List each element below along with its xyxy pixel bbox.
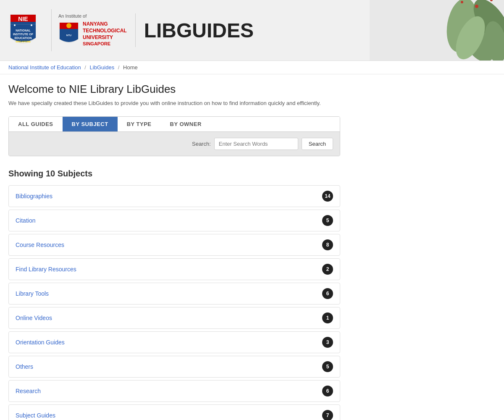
ntu-section: An Institute of NTU NANYANG TECHNOLOGICA… bbox=[58, 13, 127, 47]
list-item[interactable]: Library Tools6 bbox=[8, 283, 340, 304]
ntu-name: NANYANG TECHNOLOGICAL UNIVERSITY SINGAPO… bbox=[83, 21, 127, 47]
header-plant-decoration bbox=[370, 0, 504, 61]
main-content: Welcome to NIE Library LibGuides We have… bbox=[0, 74, 378, 420]
list-item[interactable]: Subject Guides7 bbox=[8, 404, 340, 420]
subject-link[interactable]: Orientation Guides bbox=[16, 339, 65, 346]
svg-text:SINGAPORE: SINGAPORE bbox=[16, 40, 31, 43]
subject-link[interactable]: Others bbox=[16, 363, 33, 370]
page-title: Welcome to NIE Library LibGuides bbox=[8, 83, 370, 96]
site-title: LIBGUIDES bbox=[144, 19, 254, 42]
search-bar: Search: Search bbox=[9, 132, 340, 156]
svg-text:INSTITUTE OF: INSTITUTE OF bbox=[13, 33, 34, 36]
breadcrumb-libguides-link[interactable]: LibGuides bbox=[90, 64, 115, 71]
svg-text:NTU: NTU bbox=[66, 34, 71, 37]
page-subtitle: We have specially created these LibGuide… bbox=[8, 100, 370, 106]
list-item[interactable]: Others5 bbox=[8, 356, 340, 378]
tabs-container: ALL GUIDES BY SUBJECT BY TYPE BY OWNER bbox=[9, 117, 340, 132]
subject-count-badge: 1 bbox=[322, 312, 333, 323]
header-logos: NIE NATIONAL INSTITUTE OF EDUCATION SING… bbox=[8, 9, 254, 51]
list-item[interactable]: Find Library Resources2 bbox=[8, 258, 340, 280]
subject-link[interactable]: Course Resources bbox=[16, 242, 64, 248]
list-item[interactable]: Online Videos1 bbox=[8, 307, 340, 329]
breadcrumb-current: Home bbox=[123, 64, 138, 71]
header-divider-1 bbox=[51, 9, 52, 51]
tab-panel: ALL GUIDES BY SUBJECT BY TYPE BY OWNER S… bbox=[8, 116, 340, 156]
subject-count-badge: 5 bbox=[322, 215, 333, 226]
subject-link[interactable]: Find Library Resources bbox=[16, 266, 76, 273]
header-divider-2 bbox=[135, 13, 136, 47]
list-item[interactable]: Citation5 bbox=[8, 210, 340, 231]
svg-point-16 bbox=[475, 5, 478, 8]
svg-point-5 bbox=[14, 24, 16, 26]
svg-text:NIE: NIE bbox=[18, 16, 28, 22]
subjects-heading: Showing 10 Subjects bbox=[8, 169, 370, 178]
subject-count-badge: 6 bbox=[322, 386, 333, 396]
tab-by-owner[interactable]: BY OWNER bbox=[161, 117, 211, 131]
subject-count-badge: 3 bbox=[322, 337, 333, 348]
ntu-shield-icon: NTU bbox=[58, 21, 79, 47]
svg-text:EDUCATION: EDUCATION bbox=[14, 37, 32, 39]
search-label: Search: bbox=[192, 141, 211, 147]
svg-point-6 bbox=[31, 24, 32, 26]
subject-count-badge: 8 bbox=[322, 239, 333, 250]
list-item[interactable]: Bibliographies14 bbox=[8, 185, 340, 207]
ntu-text-block: NANYANG TECHNOLOGICAL UNIVERSITY SINGAPO… bbox=[83, 21, 127, 47]
subject-link[interactable]: Citation bbox=[16, 217, 35, 224]
svg-point-8 bbox=[66, 23, 71, 28]
nie-logo: NIE NATIONAL INSTITUTE OF EDUCATION SING… bbox=[8, 13, 38, 48]
subject-link[interactable]: Library Tools bbox=[16, 290, 49, 297]
nie-shield-icon: NIE NATIONAL INSTITUTE OF EDUCATION SING… bbox=[8, 13, 38, 48]
institute-of-label: An Institute of bbox=[58, 13, 127, 18]
ntu-singapore: SINGAPORE bbox=[83, 41, 127, 47]
subject-count-badge: 5 bbox=[322, 361, 333, 372]
breadcrumb: National Institute of Education / LibGui… bbox=[0, 61, 504, 74]
svg-text:NATIONAL: NATIONAL bbox=[16, 29, 31, 32]
tab-by-type[interactable]: BY TYPE bbox=[118, 117, 161, 131]
breadcrumb-sep-1: / bbox=[84, 64, 86, 71]
subject-count-badge: 2 bbox=[322, 264, 333, 275]
subject-link[interactable]: Research bbox=[16, 388, 41, 394]
breadcrumb-sep-2: / bbox=[118, 64, 120, 71]
subject-count-badge: 6 bbox=[322, 288, 333, 299]
subject-link[interactable]: Online Videos bbox=[16, 315, 52, 321]
list-item[interactable]: Course Resources8 bbox=[8, 234, 340, 256]
ntu-logo-row: NTU NANYANG TECHNOLOGICAL UNIVERSITY SIN… bbox=[58, 21, 127, 47]
tab-all-guides[interactable]: ALL GUIDES bbox=[9, 117, 63, 131]
subject-link[interactable]: Subject Guides bbox=[16, 412, 55, 419]
tab-by-subject[interactable]: BY SUBJECT bbox=[63, 117, 118, 131]
svg-point-18 bbox=[461, 1, 463, 3]
subject-count-badge: 7 bbox=[322, 410, 333, 420]
list-item[interactable]: Research6 bbox=[8, 380, 340, 402]
subject-count-badge: 14 bbox=[322, 191, 333, 202]
search-button[interactable]: Search bbox=[302, 138, 333, 150]
subject-link[interactable]: Bibliographies bbox=[16, 193, 52, 200]
breadcrumb-nie-link[interactable]: National Institute of Education bbox=[8, 64, 81, 71]
header: NIE NATIONAL INSTITUTE OF EDUCATION SING… bbox=[0, 0, 504, 61]
list-item[interactable]: Orientation Guides3 bbox=[8, 331, 340, 353]
search-input[interactable] bbox=[214, 138, 298, 150]
subject-list: Bibliographies14Citation5Course Resource… bbox=[8, 185, 340, 420]
subtitle-text: We have specially created these LibGuide… bbox=[8, 100, 321, 106]
